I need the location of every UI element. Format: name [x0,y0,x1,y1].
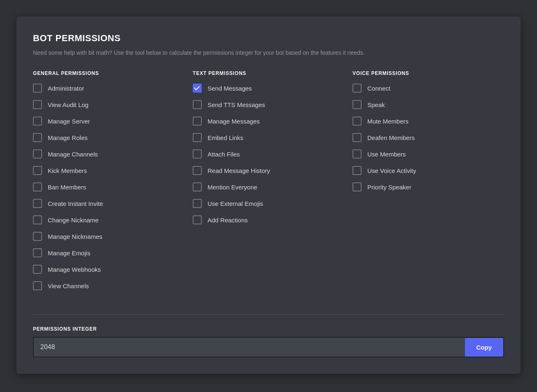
text-checkbox-7[interactable] [193,199,202,208]
text-permission-item[interactable]: Send TTS Messages [193,100,344,109]
general-permission-label: Create Instant Invite [48,200,103,207]
voice-checkbox-4[interactable] [353,149,362,159]
voice-permissions-header: VOICE PERMISSIONS [353,70,504,76]
general-permission-label: Manage Emojis [48,250,90,257]
general-permission-label: Kick Members [48,167,87,174]
voice-checkbox-2[interactable] [353,117,362,126]
general-permission-item[interactable]: Manage Nicknames [33,232,184,241]
text-permission-label: Use External Emojis [208,200,263,207]
text-checkbox-1[interactable] [193,100,202,109]
voice-permission-item[interactable]: Priority Speaker [353,182,504,191]
voice-permission-item[interactable]: Deafen Members [353,133,504,142]
general-checkbox-3[interactable] [33,133,42,142]
general-permission-item[interactable]: View Audit Log [33,100,184,109]
text-permission-label: Mention Everyone [208,184,257,191]
voice-permission-label: Use Members [367,151,406,158]
voice-checkbox-3[interactable] [353,133,362,142]
general-permissions-list: AdministratorView Audit LogManage Server… [33,84,184,290]
text-permission-item[interactable]: Attach Files [193,149,344,159]
general-checkbox-0[interactable] [33,84,42,93]
text-permissions-header: TEXT PERMISSIONS [193,70,344,76]
general-permission-label: Manage Server [48,118,90,125]
general-checkbox-5[interactable] [33,166,42,175]
text-checkbox-4[interactable] [193,149,202,159]
text-permission-item[interactable]: Send Messages [193,84,344,93]
voice-permission-item[interactable]: Use Members [353,149,504,159]
general-permission-label: Administrator [48,85,84,92]
general-checkbox-11[interactable] [33,265,42,274]
text-permission-label: Read Message History [208,167,270,174]
text-checkbox-2[interactable] [193,117,202,126]
general-permission-label: Manage Channels [48,151,98,158]
general-checkbox-10[interactable] [33,248,42,257]
general-permission-item[interactable]: Ban Members [33,182,184,191]
page-title: BOT PERMISSIONS [33,33,504,44]
permissions-integer-section: PERMISSIONS INTEGER Copy [33,326,504,357]
general-checkbox-7[interactable] [33,199,42,208]
voice-permission-label: Speak [367,101,385,108]
general-checkbox-2[interactable] [33,117,42,126]
text-checkbox-6[interactable] [193,182,202,191]
general-permission-item[interactable]: Manage Server [33,117,184,126]
general-permission-item[interactable]: Manage Roles [33,133,184,142]
general-permission-item[interactable]: Kick Members [33,166,184,175]
text-permission-item[interactable]: Embed Links [193,133,344,142]
general-checkbox-8[interactable] [33,215,42,224]
text-checkbox-5[interactable] [193,166,202,175]
text-permission-item[interactable]: Read Message History [193,166,344,175]
general-permission-item[interactable]: Create Instant Invite [33,199,184,208]
bot-permissions-container: BOT PERMISSIONS Need some help with bit … [16,16,521,374]
text-permission-item[interactable]: Add Reactions [193,215,344,224]
general-checkbox-12[interactable] [33,281,42,290]
voice-permission-item[interactable]: Use Voice Activity [353,166,504,175]
copy-button[interactable]: Copy [465,338,504,357]
general-permission-label: Manage Nicknames [48,233,103,240]
integer-input-row: Copy [33,337,504,357]
voice-permissions-list: ConnectSpeakMute MembersDeafen MembersUs… [353,84,504,191]
general-permissions-header: GENERAL PERMISSIONS [33,70,184,76]
general-permission-label: Manage Webhooks [48,266,101,273]
text-permission-label: Manage Messages [208,118,260,125]
permissions-integer-label: PERMISSIONS INTEGER [33,326,504,332]
general-permission-label: Manage Roles [48,134,88,141]
voice-checkbox-0[interactable] [353,84,362,93]
voice-permission-item[interactable]: Mute Members [353,117,504,126]
text-permissions-list: Send MessagesSend TTS MessagesManage Mes… [193,84,344,224]
voice-permission-label: Connect [367,85,390,92]
permissions-integer-input[interactable] [34,338,465,357]
text-checkbox-0[interactable] [193,84,202,93]
voice-checkbox-6[interactable] [353,182,362,191]
voice-permission-label: Use Voice Activity [367,167,416,174]
text-permission-item[interactable]: Manage Messages [193,117,344,126]
voice-permission-label: Priority Speaker [367,184,411,191]
text-checkbox-3[interactable] [193,133,202,142]
text-permission-item[interactable]: Mention Everyone [193,182,344,191]
voice-permission-item[interactable]: Speak [353,100,504,109]
permissions-grid: GENERAL PERMISSIONS AdministratorView Au… [33,70,504,298]
general-checkbox-9[interactable] [33,232,42,241]
general-checkbox-4[interactable] [33,149,42,159]
text-checkbox-8[interactable] [193,215,202,224]
general-permission-item[interactable]: Administrator [33,84,184,93]
voice-permission-label: Deafen Members [367,134,415,141]
section-divider [33,314,504,315]
general-permissions-column: GENERAL PERMISSIONS AdministratorView Au… [33,70,184,298]
general-permission-item[interactable]: Manage Emojis [33,248,184,257]
page-subtitle: Need some help with bit math? Use the to… [33,49,504,57]
text-permission-label: Send Messages [208,85,252,92]
general-permission-item[interactable]: Manage Webhooks [33,265,184,274]
general-permission-item[interactable]: Change Nickname [33,215,184,224]
general-permission-item[interactable]: View Channels [33,281,184,290]
text-permissions-column: TEXT PERMISSIONS Send MessagesSend TTS M… [193,70,344,298]
text-permission-item[interactable]: Use External Emojis [193,199,344,208]
general-checkbox-6[interactable] [33,182,42,191]
voice-permission-label: Mute Members [367,118,409,125]
voice-checkbox-5[interactable] [353,166,362,175]
general-permission-item[interactable]: Manage Channels [33,149,184,159]
text-permission-label: Embed Links [208,134,243,141]
general-permission-label: Change Nickname [48,217,98,224]
text-permission-label: Send TTS Messages [208,101,265,108]
general-checkbox-1[interactable] [33,100,42,109]
voice-permission-item[interactable]: Connect [353,84,504,93]
voice-checkbox-1[interactable] [353,100,362,109]
